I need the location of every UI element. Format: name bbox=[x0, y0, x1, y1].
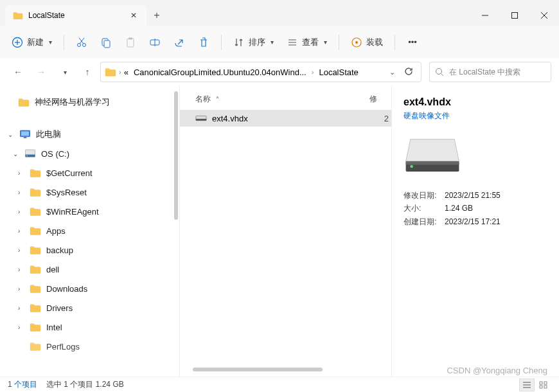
svg-rect-33 bbox=[406, 161, 459, 165]
separator bbox=[64, 35, 64, 50]
chevron-down-icon: ▾ bbox=[324, 39, 327, 46]
cut-button[interactable] bbox=[71, 33, 93, 52]
chevron-down-icon[interactable]: ⌄ bbox=[13, 150, 22, 157]
scroll-thumb[interactable] bbox=[193, 368, 323, 371]
scrollbar[interactable] bbox=[173, 86, 179, 377]
sidebar-item-drive[interactable]: ⌄ OS (C:) bbox=[0, 144, 179, 163]
window-tab[interactable]: LocalState ✕ bbox=[5, 5, 146, 26]
forward-button[interactable]: → bbox=[31, 62, 51, 82]
new-label: 新建 bbox=[27, 37, 44, 48]
sort-button[interactable]: 排序 ▾ bbox=[228, 33, 279, 52]
sidebar-item-folder[interactable]: ›Drivers bbox=[0, 298, 179, 317]
svg-point-34 bbox=[410, 165, 413, 168]
view-button[interactable]: 查看 ▾ bbox=[281, 33, 332, 52]
folder-icon bbox=[30, 187, 41, 197]
search-input[interactable]: 在 LocalState 中搜索 bbox=[429, 62, 551, 82]
new-button[interactable]: 新建 ▾ bbox=[6, 33, 57, 52]
svg-rect-38 bbox=[540, 382, 542, 384]
copy-icon bbox=[100, 37, 112, 48]
mount-button[interactable]: 装载 bbox=[346, 33, 388, 52]
chevron-right-icon[interactable]: › bbox=[18, 324, 27, 331]
sidebar-item-folder[interactable]: ›Intel bbox=[0, 317, 179, 337]
delete-button[interactable] bbox=[193, 33, 215, 52]
status-bar: 1 个项目 选中 1 个项目 1.24 GB bbox=[0, 377, 559, 392]
chevron-right-icon[interactable]: › bbox=[18, 247, 27, 254]
copy-button[interactable] bbox=[95, 33, 117, 52]
icons-view-button[interactable] bbox=[536, 379, 551, 391]
sidebar-item-folder[interactable]: ›$WinREAgent bbox=[0, 202, 179, 221]
folder-icon bbox=[18, 97, 30, 107]
details-view-button[interactable] bbox=[519, 379, 535, 391]
mount-label: 装载 bbox=[366, 37, 383, 48]
cut-icon bbox=[76, 37, 87, 48]
created-value: 2023/2/15 17:21 bbox=[445, 215, 501, 228]
rename-icon bbox=[149, 37, 161, 48]
up-button[interactable]: ↑ bbox=[77, 62, 98, 82]
separator bbox=[339, 35, 339, 50]
sidebar-item-folder[interactable]: PerfLogs bbox=[0, 337, 179, 356]
close-button[interactable] bbox=[529, 5, 559, 26]
sort-label: 排序 bbox=[249, 37, 265, 48]
sidebar-item-folder[interactable]: ›dell bbox=[0, 260, 179, 279]
svg-point-27 bbox=[355, 41, 358, 44]
address-dropdown[interactable]: ⌄ bbox=[387, 68, 398, 76]
modified-label: 修改日期: bbox=[404, 189, 439, 202]
breadcrumb-segment[interactable]: CanonicalGroupLimited.Ubuntu20.04onWind.… bbox=[131, 66, 309, 78]
chevron-right-icon[interactable]: › bbox=[18, 227, 27, 235]
separator bbox=[221, 35, 222, 50]
chevron-right-icon[interactable]: › bbox=[18, 305, 27, 312]
chevron-right-icon[interactable]: › bbox=[18, 285, 27, 292]
refresh-button[interactable] bbox=[400, 67, 417, 78]
svg-rect-7 bbox=[512, 13, 518, 19]
folder-icon bbox=[105, 67, 116, 77]
sort-asc-icon: ˄ bbox=[216, 96, 219, 103]
file-date-partial: 2 bbox=[380, 114, 391, 123]
paste-button[interactable] bbox=[120, 33, 141, 52]
new-tab-button[interactable]: + bbox=[146, 5, 167, 26]
chevron-right-icon[interactable]: › bbox=[18, 189, 27, 196]
delete-icon bbox=[198, 37, 209, 48]
sidebar-item-folder[interactable]: ›$GetCurrent bbox=[0, 163, 179, 183]
monitor-icon bbox=[19, 129, 31, 139]
drive-icon bbox=[24, 148, 36, 159]
breadcrumb-segment[interactable]: LocalState bbox=[316, 66, 360, 78]
folder-icon bbox=[30, 206, 41, 217]
back-button[interactable]: ← bbox=[8, 62, 28, 82]
scroll-thumb[interactable] bbox=[174, 91, 178, 220]
chevron-down-icon[interactable]: ⌄ bbox=[8, 131, 17, 138]
recent-button[interactable]: ▾ bbox=[54, 62, 75, 82]
address-bar[interactable]: › « CanonicalGroupLimited.Ubuntu20.04onW… bbox=[100, 62, 421, 82]
svg-line-16 bbox=[79, 38, 84, 44]
close-tab-icon[interactable]: ✕ bbox=[129, 11, 139, 20]
sidebar-item-favorite[interactable]: 神经网络与机器学习 bbox=[0, 93, 179, 112]
plus-circle-icon bbox=[12, 37, 23, 48]
sidebar-item-thispc[interactable]: ⌄ 此电脑 bbox=[0, 125, 179, 144]
column-header-name[interactable]: 名称˄ bbox=[195, 94, 369, 105]
sidebar-item-folder[interactable]: ›$SysReset bbox=[0, 183, 179, 202]
scrollbar[interactable] bbox=[193, 368, 378, 374]
view-icon bbox=[287, 37, 298, 48]
svg-rect-40 bbox=[540, 386, 542, 388]
details-title: ext4.vhdx bbox=[404, 96, 547, 108]
chevron-right-icon[interactable]: › bbox=[18, 208, 27, 215]
svg-rect-41 bbox=[544, 386, 547, 388]
file-row[interactable]: ext4.vhdx 2 bbox=[180, 110, 391, 127]
breadcrumb-overflow[interactable]: « bbox=[124, 67, 129, 77]
share-button[interactable] bbox=[168, 33, 190, 52]
sidebar-item-folder[interactable]: ›Downloads bbox=[0, 279, 179, 298]
minimize-button[interactable] bbox=[470, 5, 500, 26]
file-list: 名称˄ 修 ext4.vhdx 2 bbox=[180, 86, 392, 377]
svg-rect-39 bbox=[544, 382, 547, 384]
svg-rect-18 bbox=[104, 40, 110, 48]
svg-point-13 bbox=[78, 43, 81, 46]
folder-icon bbox=[30, 168, 41, 178]
maximize-button[interactable] bbox=[500, 5, 529, 26]
sidebar-item-folder[interactable]: ›Apps bbox=[0, 221, 179, 240]
rename-button[interactable] bbox=[144, 33, 166, 52]
chevron-right-icon[interactable]: › bbox=[18, 266, 27, 273]
chevron-right-icon[interactable]: › bbox=[18, 170, 27, 177]
sidebar-item-folder[interactable]: ›backup bbox=[0, 240, 179, 260]
column-header-date[interactable]: 修 bbox=[369, 94, 378, 105]
more-button[interactable]: ••• bbox=[402, 33, 423, 52]
svg-point-28 bbox=[436, 69, 442, 75]
